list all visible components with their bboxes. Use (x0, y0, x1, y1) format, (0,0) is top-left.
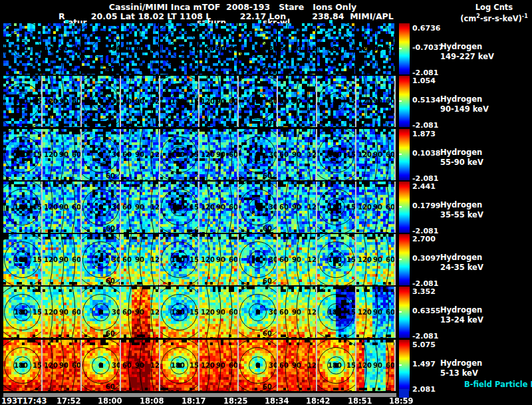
energy-row-55-90: 1.873 0.1038 -2.081 Hydrogen 55-90 keV (0, 129, 532, 180)
channel-label: Hydrogen 24-35 keV (440, 253, 483, 273)
channel-label: Hydrogen 90-149 keV (440, 94, 489, 114)
colorbar-mid-label: 1.497 (412, 360, 436, 368)
row-heatmap-canvas (3, 23, 396, 74)
channel-label: Hydrogen 5-13 keV (440, 358, 482, 378)
colorbar-mid-label: 0.1799 (412, 202, 440, 210)
page-title: Cassini/MIMI Inca mTOF 2008-193 Stare Io… (20, 2, 446, 12)
colorbar (399, 287, 410, 338)
time-tick-label: 18:51 (348, 396, 372, 405)
colorbar-mid-label: 0.6355 (412, 307, 440, 315)
time-tick-label: 18:42 (306, 396, 331, 405)
colorbar (399, 234, 410, 285)
colorbar-max-label: 1.873 (412, 130, 436, 138)
time-tick-label: 17:52 (57, 396, 81, 405)
row-heatmap-canvas (3, 234, 396, 285)
colorbar-mid-label: 0.5134 (412, 96, 440, 104)
channel-label: Hydrogen 35-55 keV (440, 200, 483, 220)
channel-label: Hydrogen 149-227 keV (440, 42, 494, 62)
units-line2: (cm2-sr-s-keV)-1 (458, 12, 531, 23)
colorbar-max-label: 2.700 (412, 235, 436, 243)
colorbar-max-label: 5.075 (412, 340, 436, 349)
energy-row-149-227: 0.6736 -0.7037 -2.081 Hydrogen 149-227 k… (0, 23, 532, 74)
colorbar-max-label: 0.6736 (412, 24, 440, 33)
colorbar-mid-label: 0.3097 (412, 254, 440, 263)
time-tick-label: 18:17 (182, 396, 206, 405)
colorbar-mid-label: -0.7037 (412, 43, 444, 52)
row-heatmap-canvas (3, 182, 396, 233)
colorbar (399, 23, 410, 74)
channel-label: Hydrogen 55-90 keV (440, 148, 483, 168)
colorbar-mid-label: 0.1038 (412, 149, 440, 158)
cassini-mimi-spectrogram-screen: Cassini/MIMI Inca mTOF 2008-193 Stare Io… (0, 0, 532, 405)
time-tick-label: 18:34 (265, 396, 289, 405)
time-tick-label: 193T17:43 (1, 396, 47, 405)
channel-label: Hydrogen 13-24 keV (440, 305, 483, 325)
colorbar (399, 340, 410, 391)
time-tick-label: 18:08 (140, 396, 164, 405)
colorbar (399, 129, 410, 180)
time-tick-label: 18:00 (98, 396, 122, 405)
colorbar (399, 76, 410, 127)
colorbar-units-label: Log Cnts (cm2-sr-s-keV)-1 (458, 3, 531, 23)
time-tick-label: 18:59 (389, 396, 414, 405)
energy-row-24-35: 2.700 0.3097 -2.081 Hydrogen 24-35 keV (0, 234, 532, 285)
energy-row-13-24: 3.352 0.6355 -2.081 Hydrogen 13-24 keV (0, 287, 532, 338)
energy-row-35-55: 2.441 0.1799 -2.081 Hydrogen 35-55 keV (0, 182, 532, 233)
colorbar-max-label: 1.054 (412, 76, 436, 85)
colorbar (399, 182, 410, 233)
row-heatmap-canvas (3, 287, 396, 338)
row-heatmap-canvas (3, 340, 396, 391)
bfield-particle-flow-label: B-field Particle Flow (464, 380, 532, 389)
time-tick-label: 18:25 (223, 396, 248, 405)
row-heatmap-canvas (3, 129, 396, 180)
energy-row-5-13: 5.075 1.497 2.081 Hydrogen 5-13 keV B-fi… (0, 340, 532, 391)
row-heatmap-canvas (3, 76, 396, 127)
units-line1: Log Cnts (458, 3, 531, 12)
colorbar-max-label: 3.352 (412, 287, 436, 296)
colorbar-min-label: 2.081 (412, 385, 436, 394)
energy-row-90-149: 1.054 0.5134 -2.081 Hydrogen 90-149 keV (0, 76, 532, 127)
colorbar-max-label: 2.441 (412, 182, 436, 191)
